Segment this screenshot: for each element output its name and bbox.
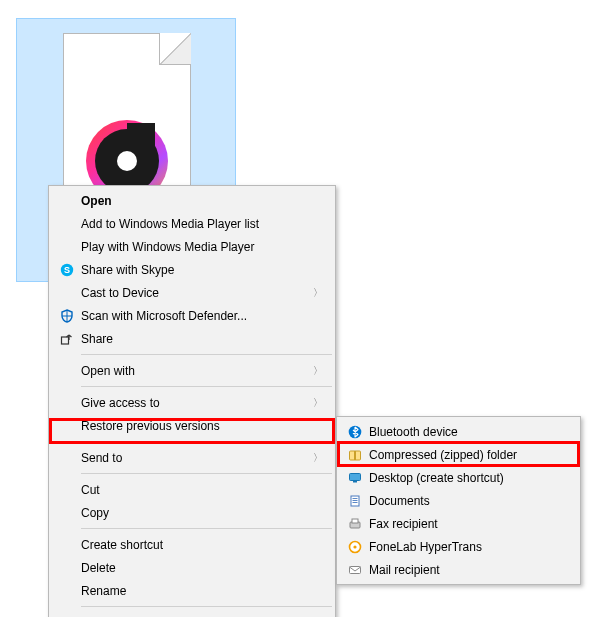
svg-rect-11 xyxy=(351,496,359,506)
zip-folder-icon xyxy=(345,447,365,463)
fonelab-icon xyxy=(345,539,365,555)
menu-label: Share xyxy=(77,332,325,346)
menu-label: Create shortcut xyxy=(77,538,325,552)
page-fold-icon xyxy=(159,33,191,65)
blank-icon xyxy=(57,193,77,209)
menu-separator xyxy=(81,528,332,529)
svg-rect-10 xyxy=(353,481,357,483)
chevron-right-icon: 〉 xyxy=(313,364,325,378)
chevron-right-icon: 〉 xyxy=(313,396,325,410)
menu-label: Add to Windows Media Player list xyxy=(77,217,325,231)
menu-label: Restore previous versions xyxy=(77,419,325,433)
menu-separator xyxy=(81,386,332,387)
menu-label: Rename xyxy=(77,584,325,598)
menu-open[interactable]: Open xyxy=(51,189,333,212)
menu-add-to-wmp-list[interactable]: Add to Windows Media Player list xyxy=(51,212,333,235)
menu-share-with-skype[interactable]: S Share with Skype xyxy=(51,258,333,281)
menu-share[interactable]: Share xyxy=(51,327,333,350)
send-to-submenu: Bluetooth device Compressed (zipped) fol… xyxy=(336,416,581,585)
menu-separator xyxy=(81,473,332,474)
menu-cast-to-device[interactable]: Cast to Device 〉 xyxy=(51,281,333,304)
menu-restore-previous-versions[interactable]: Restore previous versions xyxy=(51,414,333,437)
menu-label: Cast to Device xyxy=(77,286,313,300)
menu-label: Delete xyxy=(77,561,325,575)
menu-label: Share with Skype xyxy=(77,263,325,277)
submenu-compressed-zipped-folder[interactable]: Compressed (zipped) folder xyxy=(339,443,578,466)
menu-label: Copy xyxy=(77,506,325,520)
svg-text:S: S xyxy=(64,265,70,275)
menu-copy[interactable]: Copy xyxy=(51,501,333,524)
submenu-fax-recipient[interactable]: Fax recipient xyxy=(339,512,578,535)
blank-icon xyxy=(57,216,77,232)
blank-icon xyxy=(57,285,77,301)
menu-label: Open xyxy=(77,194,325,208)
menu-label: Open with xyxy=(77,364,313,378)
menu-play-with-wmp[interactable]: Play with Windows Media Player xyxy=(51,235,333,258)
svg-rect-16 xyxy=(350,566,361,573)
menu-rename[interactable]: Rename xyxy=(51,579,333,602)
menu-separator xyxy=(81,354,332,355)
submenu-mail-recipient[interactable]: Mail recipient xyxy=(339,558,578,581)
mail-icon xyxy=(345,562,365,578)
svg-point-2 xyxy=(117,151,137,171)
menu-create-shortcut[interactable]: Create shortcut xyxy=(51,533,333,556)
menu-properties[interactable]: Properties xyxy=(51,611,333,617)
menu-label: Send to xyxy=(77,451,313,465)
menu-separator xyxy=(81,606,332,607)
file-icon xyxy=(63,33,191,201)
menu-label: Bluetooth device xyxy=(365,425,570,439)
svg-rect-9 xyxy=(350,473,361,480)
blank-icon xyxy=(57,537,77,553)
menu-label: Play with Windows Media Player xyxy=(77,240,325,254)
menu-label: Mail recipient xyxy=(365,563,570,577)
menu-delete[interactable]: Delete xyxy=(51,556,333,579)
submenu-documents[interactable]: Documents xyxy=(339,489,578,512)
menu-label: Give access to xyxy=(77,396,313,410)
menu-label: FoneLab HyperTrans xyxy=(365,540,570,554)
blank-icon xyxy=(57,560,77,576)
menu-label: Cut xyxy=(77,483,325,497)
svg-point-15 xyxy=(353,545,356,548)
submenu-bluetooth-device[interactable]: Bluetooth device xyxy=(339,420,578,443)
blank-icon xyxy=(57,239,77,255)
menu-label: Compressed (zipped) folder xyxy=(365,448,570,462)
chevron-right-icon: 〉 xyxy=(313,286,325,300)
menu-send-to[interactable]: Send to 〉 xyxy=(51,446,333,469)
menu-separator xyxy=(81,441,332,442)
fax-icon xyxy=(345,516,365,532)
menu-scan-with-defender[interactable]: Scan with Microsoft Defender... xyxy=(51,304,333,327)
menu-cut[interactable]: Cut xyxy=(51,478,333,501)
defender-shield-icon xyxy=(57,308,77,324)
chevron-right-icon: 〉 xyxy=(313,451,325,465)
blank-icon xyxy=(57,505,77,521)
menu-open-with[interactable]: Open with 〉 xyxy=(51,359,333,382)
blank-icon xyxy=(57,363,77,379)
blank-icon xyxy=(57,482,77,498)
menu-give-access-to[interactable]: Give access to 〉 xyxy=(51,391,333,414)
svg-rect-8 xyxy=(354,451,356,460)
submenu-fonelab-hypertrans[interactable]: FoneLab HyperTrans xyxy=(339,535,578,558)
menu-label: Documents xyxy=(365,494,570,508)
bluetooth-icon xyxy=(345,424,365,440)
context-menu: Open Add to Windows Media Player list Pl… xyxy=(48,185,336,617)
svg-rect-5 xyxy=(62,337,69,344)
menu-label: Desktop (create shortcut) xyxy=(365,471,570,485)
blank-icon xyxy=(57,418,77,434)
menu-label: Fax recipient xyxy=(365,517,570,531)
skype-icon: S xyxy=(57,262,77,278)
blank-icon xyxy=(57,395,77,411)
blank-icon xyxy=(57,450,77,466)
desktop-icon xyxy=(345,470,365,486)
svg-rect-13 xyxy=(352,519,358,523)
blank-icon xyxy=(57,583,77,599)
documents-icon xyxy=(345,493,365,509)
menu-label: Scan with Microsoft Defender... xyxy=(77,309,325,323)
share-icon xyxy=(57,331,77,347)
submenu-desktop-create-shortcut[interactable]: Desktop (create shortcut) xyxy=(339,466,578,489)
